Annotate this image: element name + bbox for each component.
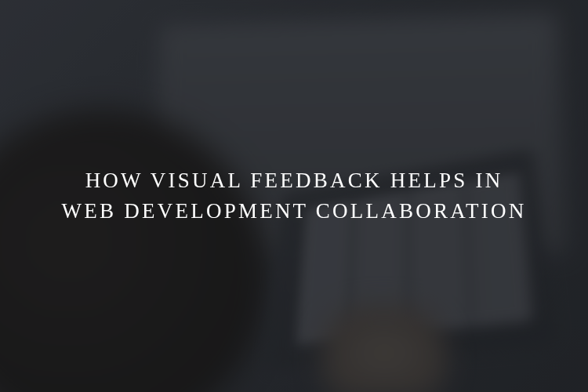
hero-title: How Visual Feedback Helps in Web Develop…: [62, 165, 527, 227]
hero-title-line-2: Web Development Collaboration: [62, 199, 527, 223]
hero-title-line-1: How Visual Feedback Helps in: [85, 169, 503, 192]
hero-title-container: How Visual Feedback Helps in Web Develop…: [0, 0, 588, 392]
